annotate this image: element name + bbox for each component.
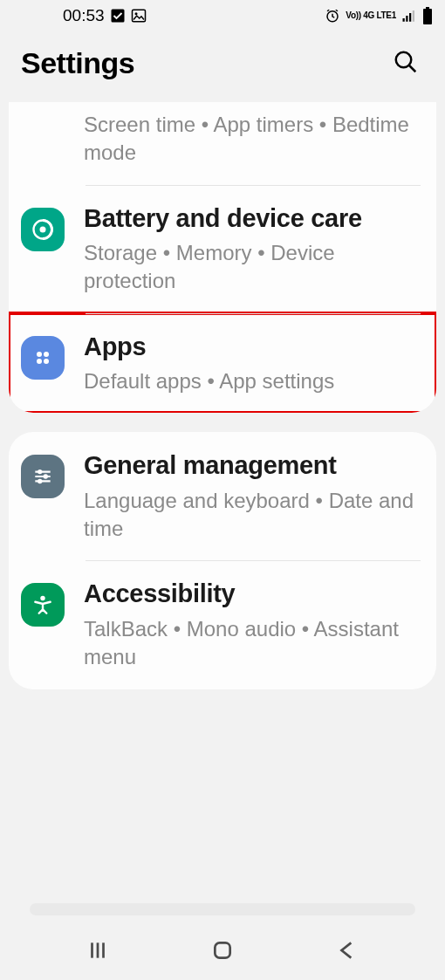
row-sub: Screen time • App timers • Bedtime mode: [84, 111, 421, 168]
search-icon: [393, 49, 419, 75]
back-button[interactable]: [318, 930, 376, 973]
signal-icon: [401, 8, 417, 24]
svg-point-10: [396, 52, 412, 68]
settings-card-1: Screen time • App timers • Bedtime mode …: [9, 102, 436, 413]
svg-rect-8: [426, 7, 429, 9]
general-management-icon: [21, 455, 65, 498]
checkbox-icon: [110, 8, 126, 24]
recents-icon: [86, 939, 109, 962]
picture-icon: [131, 8, 147, 24]
row-apps[interactable]: Apps Default apps • App settings: [9, 313, 436, 414]
svg-rect-28: [215, 942, 229, 957]
row-sub: Language and keyboard • Date and time: [84, 487, 421, 544]
settings-card-2: General management Language and keyboard…: [9, 432, 436, 689]
status-time: 00:53: [12, 6, 105, 25]
scrollbar[interactable]: [30, 903, 415, 915]
svg-rect-5: [406, 16, 407, 22]
svg-rect-9: [423, 9, 432, 24]
row-title: Apps: [84, 331, 421, 362]
battery-icon: [422, 7, 433, 24]
accessibility-icon: [21, 583, 65, 627]
svg-rect-4: [403, 18, 405, 22]
search-button[interactable]: [387, 44, 424, 83]
recents-button[interactable]: [69, 930, 127, 973]
svg-rect-7: [413, 10, 414, 22]
svg-point-16: [37, 359, 42, 364]
svg-point-15: [44, 352, 49, 357]
navigation-bar: [0, 928, 445, 980]
svg-rect-0: [111, 10, 124, 23]
svg-line-11: [409, 65, 416, 72]
row-digital-wellbeing[interactable]: Screen time • App timers • Bedtime mode: [9, 102, 436, 185]
row-battery-device-care[interactable]: Battery and device care Storage • Memory…: [9, 185, 436, 313]
device-care-icon: [21, 208, 65, 251]
status-bar: 00:53 Vo)) 4G LTE1: [0, 0, 445, 31]
row-sub: Storage • Memory • Device protection: [84, 239, 421, 296]
header: Settings: [0, 31, 445, 102]
svg-point-2: [134, 12, 137, 15]
row-sub: Default apps • App settings: [84, 367, 421, 395]
home-button[interactable]: [194, 930, 251, 973]
svg-point-13: [40, 226, 46, 232]
row-title: Battery and device care: [84, 202, 421, 234]
alarm-icon: [325, 8, 340, 24]
row-title: Accessibility: [84, 578, 421, 609]
svg-point-17: [44, 359, 49, 364]
network-label: Vo)) 4G LTE1: [346, 11, 396, 20]
row-accessibility[interactable]: Accessibility TalkBack • Mono audio • As…: [9, 560, 436, 689]
apps-icon: [21, 336, 65, 380]
page-title: Settings: [21, 46, 134, 80]
svg-point-23: [38, 479, 42, 483]
svg-point-21: [44, 475, 48, 479]
row-title: General management: [84, 449, 421, 481]
home-icon: [211, 939, 234, 962]
svg-rect-6: [409, 13, 411, 22]
row-general-management[interactable]: General management Language and keyboard…: [9, 432, 436, 560]
back-icon: [336, 939, 359, 962]
svg-point-19: [38, 469, 42, 474]
row-sub: TalkBack • Mono audio • Assistant menu: [84, 615, 421, 672]
svg-point-14: [37, 352, 42, 357]
svg-point-24: [40, 596, 44, 600]
